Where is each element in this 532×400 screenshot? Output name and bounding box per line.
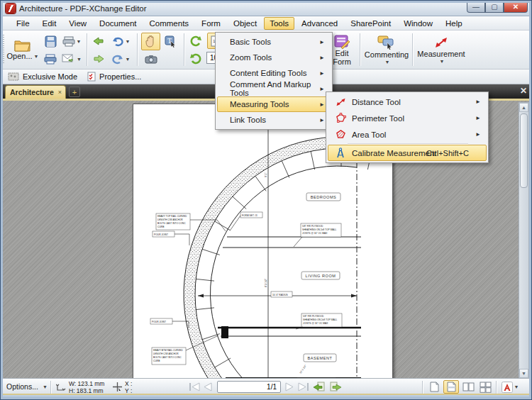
exclusive-mode-icon: [8, 72, 19, 81]
measurement-button[interactable]: Measurement ▼: [416, 32, 466, 68]
scrollbar-thumb[interactable]: [520, 113, 528, 188]
menu-item-measuring-tools[interactable]: Measuring Tools►: [217, 96, 331, 112]
export-button[interactable]: [90, 50, 107, 67]
submenu-item-calibrate-measurement[interactable]: Calibrate Measurement Ctrl+Shift+C: [328, 145, 487, 161]
print-setup-button[interactable]: ▼: [60, 33, 83, 50]
menu-item-link-tools[interactable]: Link Tools►: [217, 112, 331, 128]
close-button[interactable]: ✕: [504, 1, 528, 13]
scroll-down-arrow[interactable]: ▼: [519, 369, 528, 378]
menu-edit[interactable]: Edit: [37, 17, 62, 30]
page-number-input[interactable]: [217, 381, 281, 393]
toolbar-separator: [184, 33, 184, 66]
vertical-scrollbar[interactable]: ▲ ▼: [519, 102, 529, 378]
submenu-item-perimeter-tool[interactable]: Perimeter Tool ►: [328, 110, 487, 126]
menu-document[interactable]: Document: [94, 17, 142, 30]
redo-button[interactable]: ▼: [109, 50, 133, 67]
submenu-arrow-icon: ►: [319, 117, 325, 123]
tab-architecture[interactable]: Architecture ×: [5, 85, 66, 99]
undo-button[interactable]: ▼: [109, 33, 133, 50]
svg-text:JOISTS @ 16" OC MAX: JOISTS @ 16" OC MAX: [302, 232, 328, 235]
menu-item-content-editing-tools[interactable]: Content Editing Tools►: [217, 65, 331, 81]
svg-text:9'-1": 9'-1": [265, 172, 267, 177]
area-tool-icon: [334, 129, 347, 140]
open-folder-icon: [14, 39, 31, 52]
svg-text:LENGTH C/W ANCHOR: LENGTH C/W ANCHOR: [157, 218, 183, 221]
open-button[interactable]: Open...▼: [6, 32, 39, 67]
measurement-label: Measurement: [417, 50, 465, 58]
submenu-arrow-icon: ►: [319, 86, 325, 92]
menu-view[interactable]: View: [63, 17, 92, 30]
submenu-item-distance-tool[interactable]: Distance Tool ►: [328, 94, 487, 110]
submenu-arrow-icon: ►: [319, 101, 325, 108]
menu-help[interactable]: Help: [440, 17, 468, 30]
quad-page-layout-button[interactable]: [477, 380, 493, 394]
menu-item-zoom-tools[interactable]: Zoom Tools►: [217, 50, 331, 65]
menu-object[interactable]: Object: [228, 17, 262, 30]
minimize-button[interactable]: —: [467, 1, 485, 13]
statusbar-separator: [50, 381, 51, 394]
next-view-button[interactable]: [330, 382, 342, 394]
menu-tools[interactable]: Tools: [264, 17, 294, 30]
menu-window[interactable]: Window: [398, 17, 438, 30]
svg-text:SHEATHING ON 2x8 TOP WALL: SHEATHING ON 2x8 TOP WALL: [302, 228, 337, 231]
properties-button[interactable]: Properties...: [87, 72, 141, 82]
edit-form-label-1: Edit: [336, 49, 349, 57]
title-bar[interactable]: Architecture - PDF-XChange Editor: [1, 1, 532, 16]
toolbar-grip[interactable]: [3, 35, 4, 65]
commenting-button[interactable]: Commenting ▼: [364, 32, 409, 68]
last-page-button[interactable]: [297, 382, 310, 393]
rotate-ccw-icon: [190, 35, 201, 47]
submenu-arrow-icon: ►: [475, 99, 481, 105]
save-button[interactable]: [42, 33, 59, 50]
previous-page-button[interactable]: [202, 382, 213, 393]
select-text-button[interactable]: T: [162, 33, 179, 50]
toolbar-separator: [87, 33, 87, 66]
scroll-up-arrow[interactable]: ▲: [519, 103, 528, 112]
import-button[interactable]: [90, 33, 107, 50]
two-page-layout-button[interactable]: [460, 380, 476, 394]
commenting-label: Commenting: [365, 50, 409, 59]
submenu-arrow-icon: ►: [319, 70, 325, 77]
page-height-value: H: 183.1 mm: [69, 388, 104, 395]
tabbar-close-icon[interactable]: ✕: [520, 86, 527, 96]
new-tab-button[interactable]: +: [69, 87, 80, 97]
room-label-basement: BASEMENT: [308, 356, 333, 360]
options-button[interactable]: Options...▼: [6, 382, 48, 391]
select-text-icon: T: [165, 35, 177, 48]
open-in-adobe-button[interactable]: ▼: [499, 380, 521, 394]
tab-close-icon[interactable]: ×: [58, 89, 62, 96]
menu-item-basic-tools[interactable]: Basic Tools►: [217, 34, 331, 50]
undo-icon: [111, 36, 124, 47]
next-page-button[interactable]: [284, 382, 295, 393]
email-button[interactable]: ▼: [60, 50, 83, 67]
email-icon: [62, 54, 75, 64]
svg-text:5/8" FIR PLYWOOD: 5/8" FIR PLYWOOD: [303, 315, 324, 318]
menu-advanced[interactable]: Advanced: [296, 17, 343, 30]
hand-tool-button[interactable]: [141, 33, 160, 50]
toolbar-separator: [137, 33, 138, 66]
snapshot-button[interactable]: [141, 51, 160, 67]
menu-file[interactable]: File: [11, 17, 35, 30]
menu-item-comment-markup-tools[interactable]: Comment And Markup Tools►: [217, 81, 331, 96]
svg-text:BOLTS CAST INTO CONC: BOLTS CAST INTO CONC: [157, 222, 186, 225]
window-title: Architecture - PDF-XChange Editor: [19, 4, 147, 13]
rotate-ccw-button[interactable]: [187, 33, 204, 50]
room-label-bedrooms: BEDROOMS: [311, 195, 337, 199]
measurement-dropdown-arrow: ▼: [440, 59, 445, 64]
toolbar-separator: [412, 33, 413, 66]
menu-form[interactable]: Form: [196, 17, 226, 30]
exclusive-mode-label: Exclusive Mode: [23, 72, 77, 81]
rotate-cw-button[interactable]: [187, 50, 204, 67]
continuous-layout-button[interactable]: [443, 380, 459, 394]
menu-comments[interactable]: Comments: [144, 17, 195, 30]
print-button[interactable]: [42, 50, 59, 67]
previous-view-button[interactable]: [313, 382, 325, 394]
menu-sharepoint[interactable]: SharePoint: [345, 17, 397, 30]
exclusive-mode-button[interactable]: Exclusive Mode: [8, 72, 77, 81]
first-page-button[interactable]: [188, 382, 201, 393]
maximize-button[interactable]: ▢: [485, 1, 504, 13]
submenu-item-area-tool[interactable]: Area Tool ►: [328, 126, 487, 143]
properties-icon: [87, 72, 96, 82]
svg-text:CURB: CURB: [153, 360, 160, 362]
single-page-layout-button[interactable]: [426, 380, 442, 394]
